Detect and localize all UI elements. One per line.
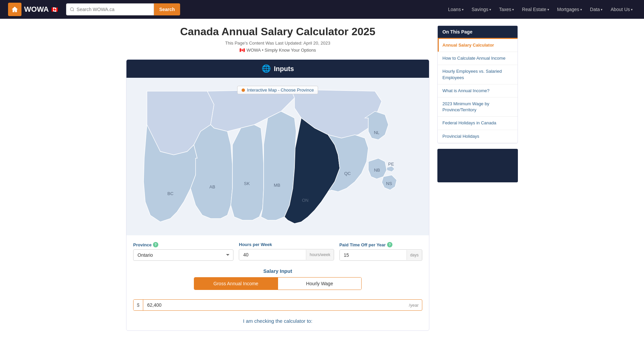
savings-caret: ▾ xyxy=(489,8,491,11)
nl-province[interactable] xyxy=(365,111,388,140)
mb-label: MB xyxy=(274,183,280,188)
checking-text: I am checking the calculator to: xyxy=(126,315,429,330)
province-group: Province ? Ontario British Columbia Albe… xyxy=(133,242,233,261)
map-area: Interactive Map - Choose Province xyxy=(126,78,429,235)
sidebar-header: On This Page xyxy=(438,26,518,39)
nav-loans[interactable]: Loans ▾ xyxy=(445,4,467,15)
salary-value-input[interactable] xyxy=(143,300,406,310)
map-label-text: Interactive Map - Choose Province xyxy=(247,87,314,93)
page-title: Canada Annual Salary Calculator 2025 xyxy=(126,25,429,38)
sidebar-link-how-to-calculate[interactable]: How to Calculate Annual Income xyxy=(438,52,518,65)
sidebar-link-hourly-vs-salaried[interactable]: Hourly Employees vs. Salaried Employees xyxy=(438,65,518,84)
map-label[interactable]: Interactive Map - Choose Province xyxy=(237,86,318,94)
hours-group: Hours per Week hours/week xyxy=(239,242,334,261)
salary-input-wrapper: $ /year xyxy=(133,299,422,311)
sk-province[interactable] xyxy=(231,125,264,220)
sidebar-item-hourly-vs-salaried[interactable]: Hourly Employees vs. Salaried Employees xyxy=(438,65,518,84)
sidebar-item-min-wage[interactable]: 2023 Minimum Wage by Province/Territory xyxy=(438,98,518,117)
province-label: Province ? xyxy=(133,242,233,247)
last-updated: This Page's Content Was Last Updated: Ap… xyxy=(126,41,429,46)
pto-input[interactable] xyxy=(340,250,407,260)
loans-caret: ▾ xyxy=(462,8,464,11)
sidebar-item-federal-holidays[interactable]: Federal Holidays in Canada xyxy=(438,117,518,130)
sidebar-link-min-wage[interactable]: 2023 Minimum Wage by Province/Territory xyxy=(438,98,518,116)
nav-data[interactable]: Data ▾ xyxy=(587,4,606,15)
navbar: WOWA 🇨🇦 Search Loans ▾ Savings ▾ Taxes ▾… xyxy=(0,0,644,19)
salary-input-title: Salary Input xyxy=(133,268,422,274)
sidebar-item-what-is-annual[interactable]: What is Annual Income? xyxy=(438,84,518,98)
inputs-header: 🌐 Inputs xyxy=(126,60,429,78)
main-content: Canada Annual Salary Calculator 2025 Thi… xyxy=(121,19,523,338)
mortgages-caret: ▾ xyxy=(580,8,582,11)
pto-info-icon[interactable]: ? xyxy=(387,242,392,247)
pto-label: Paid Time Off per Year ? xyxy=(339,242,422,247)
search-bar: Search xyxy=(66,3,180,15)
qc-label: QC xyxy=(344,171,351,176)
taxes-caret: ▾ xyxy=(512,8,514,11)
salary-year-label: /year xyxy=(406,300,422,310)
currency-symbol: $ xyxy=(133,300,143,310)
svg-point-0 xyxy=(70,8,73,11)
map-dot xyxy=(241,88,245,92)
salary-tabs: Gross Annual Income Hourly Wage xyxy=(194,277,362,290)
inputs-title: Inputs xyxy=(274,65,294,73)
svg-line-1 xyxy=(73,10,74,11)
ns-label: NS xyxy=(386,181,392,186)
nav-about-us[interactable]: About Us ▾ xyxy=(607,4,636,15)
nav-taxes[interactable]: Taxes ▾ xyxy=(496,4,518,15)
search-button[interactable]: Search xyxy=(154,3,180,15)
search-input-wrapper xyxy=(66,3,154,15)
hours-label: Hours per Week xyxy=(239,242,334,247)
hours-input-wrapper: hours/week xyxy=(239,249,334,260)
sidebar-nav-list: Annual Salary Calculator How to Calculat… xyxy=(438,39,518,143)
inputs-icon: 🌐 xyxy=(262,64,271,73)
province-select[interactable]: Ontario British Columbia Alberta Quebec … xyxy=(133,249,233,261)
inputs-section: 🌐 Inputs Interactive Map - Choose Provin… xyxy=(126,59,429,331)
search-icon xyxy=(70,7,74,12)
about-caret: ▾ xyxy=(631,8,633,11)
sidebar-nav-box: On This Page Annual Salary Calculator Ho… xyxy=(437,25,518,143)
flag-inline: 🇨🇦 xyxy=(239,48,245,53)
ab-label: AB xyxy=(209,184,215,189)
pe-label: PE xyxy=(388,162,394,167)
search-input[interactable] xyxy=(76,7,150,12)
sidebar-link-provincial-holidays[interactable]: Provincial Holidays xyxy=(438,130,518,143)
sidebar-ad xyxy=(437,149,518,182)
sidebar-link-what-is-annual[interactable]: What is Annual Income? xyxy=(438,84,518,97)
tagline-text: WOWA • Simply Know Your Options xyxy=(247,48,316,53)
gross-annual-tab[interactable]: Gross Annual Income xyxy=(194,278,278,290)
data-caret: ▾ xyxy=(601,8,602,11)
sidebar-item-annual-salary[interactable]: Annual Salary Calculator xyxy=(438,39,518,52)
province-info-icon[interactable]: ? xyxy=(153,242,158,247)
sidebar-link-federal-holidays[interactable]: Federal Holidays in Canada xyxy=(438,117,518,129)
pto-input-wrapper: days xyxy=(339,249,422,261)
nb-label: NB xyxy=(374,168,380,173)
salary-input-section: Salary Input Gross Annual Income Hourly … xyxy=(126,264,429,295)
pto-group: Paid Time Off per Year ? days xyxy=(339,242,422,261)
logo-icon xyxy=(8,3,21,16)
brand-tagline: 🇨🇦 WOWA • Simply Know Your Options xyxy=(126,48,429,53)
nav-mortgages[interactable]: Mortgages ▾ xyxy=(554,4,585,15)
canada-map[interactable]: BC AB SK MB ON QC NL NB NS PE xyxy=(140,84,415,229)
sidebar-item-provincial-holidays[interactable]: Provincial Holidays xyxy=(438,130,518,143)
nav-savings[interactable]: Savings ▾ xyxy=(468,4,494,15)
ab-province[interactable] xyxy=(191,125,232,219)
hours-input[interactable] xyxy=(239,249,306,260)
sidebar: On This Page Annual Salary Calculator Ho… xyxy=(437,25,518,331)
nav-links: Loans ▾ Savings ▾ Taxes ▾ Real Estate ▾ … xyxy=(445,4,636,15)
sk-label: SK xyxy=(244,181,250,186)
form-fields: Province ? Ontario British Columbia Albe… xyxy=(126,235,429,264)
pe-province[interactable] xyxy=(387,166,394,172)
brand-name: WOWA xyxy=(24,5,49,14)
canada-flag: 🇨🇦 xyxy=(51,6,58,13)
content-area: Canada Annual Salary Calculator 2025 Thi… xyxy=(126,25,429,331)
sidebar-item-how-to-calculate[interactable]: How to Calculate Annual Income xyxy=(438,52,518,65)
hours-unit: hours/week xyxy=(306,250,333,260)
real-estate-caret: ▾ xyxy=(547,8,549,11)
hourly-wage-tab[interactable]: Hourly Wage xyxy=(278,278,362,290)
brand-logo[interactable]: WOWA 🇨🇦 xyxy=(8,3,58,16)
sidebar-link-annual-salary[interactable]: Annual Salary Calculator xyxy=(438,39,518,52)
pto-unit: days xyxy=(407,250,422,260)
salary-value-row: $ /year xyxy=(126,295,429,315)
nav-real-estate[interactable]: Real Estate ▾ xyxy=(519,4,552,15)
